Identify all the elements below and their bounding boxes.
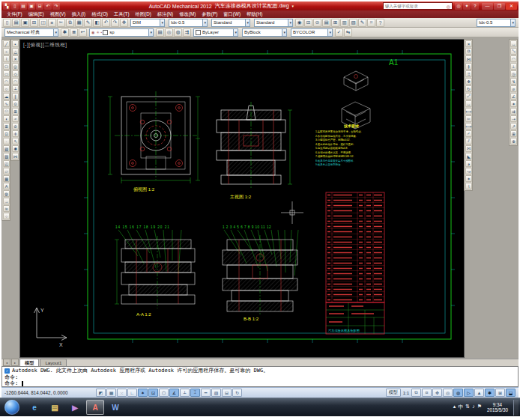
linetype-combo[interactable]: ByBlock xyxy=(242,28,287,37)
search-binoculars-icon[interactable]: ◎ xyxy=(445,4,452,9)
far-scale-combo[interactable]: Idx-0.5 xyxy=(477,19,516,27)
multileader-icon[interactable]: ↗ xyxy=(510,123,517,130)
cut-icon[interactable]: ✂ xyxy=(57,19,65,27)
dim-angular-icon[interactable]: ∠ xyxy=(510,93,517,100)
quick-view-drawings-icon[interactable]: ⧈ xyxy=(422,389,432,397)
polar-toggle[interactable]: ✶ xyxy=(138,389,148,397)
command-input-line[interactable]: 命令: xyxy=(4,380,516,387)
qnew-icon[interactable]: ▯ xyxy=(3,19,11,27)
menu-item[interactable]: 工具(T) xyxy=(111,11,133,18)
center-mark-icon[interactable]: ⊕ xyxy=(510,138,517,144)
redo-icon[interactable]: ↷ xyxy=(111,19,119,27)
lengthen-icon[interactable]: ⟷ xyxy=(465,108,472,115)
help-icon[interactable]: ? xyxy=(471,3,479,10)
revision-cloud-icon[interactable]: ☁ xyxy=(3,93,10,100)
qnew-icon[interactable]: ▯ xyxy=(11,3,19,10)
tab-scroll-left-button[interactable] xyxy=(3,359,10,366)
match-layer-icon[interactable]: ⇆ xyxy=(344,28,352,37)
menu-item[interactable]: 绘图(D) xyxy=(133,11,154,18)
dyn-toggle[interactable]: ⌶ xyxy=(190,389,200,397)
ortho-toggle[interactable]: ∟ xyxy=(127,389,137,397)
snap-perpendicular-icon[interactable]: ⟂ xyxy=(12,85,19,92)
snap-endpoint-icon[interactable]: ▪ xyxy=(12,40,19,47)
minimize-button[interactable]: — xyxy=(482,3,493,10)
publish-icon[interactable]: ≡ xyxy=(48,19,56,27)
menu-item[interactable]: 标注(N) xyxy=(154,11,176,18)
network-icon[interactable]: ⇅ xyxy=(465,404,470,411)
layer-on-icon[interactable]: ◉ xyxy=(91,30,94,34)
snap-intersection-icon[interactable]: ✕ xyxy=(12,55,19,62)
quickcalc-icon[interactable]: ⌗ xyxy=(367,19,375,27)
layer-properties-icon[interactable]: ≣ xyxy=(70,28,78,37)
line-icon[interactable]: ╱ xyxy=(3,40,10,47)
dim-baseline-icon[interactable]: ⇉ xyxy=(510,108,517,115)
spline-icon[interactable]: ∿ xyxy=(3,100,10,107)
extend-icon[interactable]: ⟼ xyxy=(465,123,472,130)
text-style-combo[interactable]: Standard xyxy=(211,19,250,27)
snap-tangent-icon[interactable]: ◠ xyxy=(12,78,19,85)
plot-preview-icon[interactable]: ◫ xyxy=(39,19,47,27)
multiline-icon[interactable]: ≋ xyxy=(3,205,10,212)
make-current-icon[interactable]: ✓ xyxy=(335,28,343,37)
ray-icon[interactable]: → xyxy=(3,198,10,204)
otrack-toggle[interactable]: ∡ xyxy=(169,389,179,397)
layer-lock-icon[interactable]: ▪ xyxy=(101,30,103,34)
search-input[interactable] xyxy=(384,4,445,9)
move-icon[interactable]: ✥ xyxy=(465,78,472,85)
layer-previous-icon[interactable]: ↩ xyxy=(79,28,87,37)
restore-button[interactable]: ❐ xyxy=(494,3,505,10)
dim-continue-icon[interactable]: ⇢ xyxy=(510,115,517,122)
infocenter-search[interactable]: ◎ xyxy=(383,2,453,10)
layer-isolate-icon[interactable]: ◎ xyxy=(165,28,173,37)
dim-ordinate-icon[interactable]: ⊥ xyxy=(510,63,517,70)
point-icon[interactable]: · xyxy=(3,138,10,144)
arc-icon[interactable]: ◠ xyxy=(3,78,10,85)
edit-polyline-icon[interactable]: ⌇ xyxy=(465,183,472,189)
snap-quadrant-icon[interactable]: ◇ xyxy=(12,70,19,77)
drawing-canvas[interactable]: A1 xyxy=(19,39,465,358)
search-icon[interactable]: ◎ xyxy=(455,3,462,10)
menu-item[interactable]: 修改(M) xyxy=(176,11,199,18)
menu-item[interactable]: 格式(O) xyxy=(88,11,111,18)
start-button[interactable] xyxy=(4,400,19,415)
cleanscreen-icon[interactable]: ⬓ xyxy=(506,389,516,397)
snap-insert-icon[interactable]: ⊞ xyxy=(12,108,19,115)
show-desktop-button[interactable] xyxy=(513,400,519,416)
layer-freeze-icon[interactable]: ✳ xyxy=(96,30,99,34)
close-button[interactable]: ✕ xyxy=(506,3,517,10)
break-icon[interactable]: ⫽ xyxy=(465,138,472,144)
dim-arc-length-icon[interactable]: ◠ xyxy=(510,55,517,62)
copy-clip-icon[interactable]: ⧉ xyxy=(66,19,74,27)
rectangle-icon[interactable]: ▭ xyxy=(3,70,10,77)
model-tab[interactable]: 模型 xyxy=(19,359,39,366)
insert-block-icon[interactable]: ⊞ xyxy=(3,123,10,130)
menu-item[interactable]: 参数(P) xyxy=(199,11,220,18)
annotation-scale-icon[interactable]: ▲ xyxy=(474,389,484,397)
layer-states-icon[interactable]: ▤ xyxy=(156,28,164,37)
polygon-icon[interactable]: ⬠ xyxy=(3,63,10,70)
table-icon[interactable]: ▦ xyxy=(3,175,10,182)
table-style-combo[interactable]: Standard xyxy=(254,19,293,27)
snap-center-icon[interactable]: ◎ xyxy=(12,63,19,70)
show-motion-icon[interactable]: ▷ xyxy=(464,389,474,397)
fillet-icon[interactable]: ◕ xyxy=(465,160,472,167)
toolbar-lock-icon[interactable]: ⊠ xyxy=(495,389,505,397)
hatch-icon[interactable]: ▨ xyxy=(3,145,10,152)
layer-unisolate-icon[interactable]: ◍ xyxy=(174,28,182,37)
plot-icon[interactable]: ⊟ xyxy=(30,19,38,27)
menu-item[interactable]: 视图(V) xyxy=(47,11,69,18)
zoom-window-icon[interactable]: ⊡ xyxy=(304,19,312,27)
open-icon[interactable]: ▤ xyxy=(19,3,27,10)
quick-properties-toggle[interactable]: ⊟ xyxy=(222,389,232,397)
menu-item[interactable]: 窗口(W) xyxy=(220,11,244,18)
erase-icon[interactable]: ✕ xyxy=(465,40,472,47)
dim-linear-icon[interactable]: ↔ xyxy=(510,40,517,47)
temporary-track-icon[interactable]: ✛ xyxy=(12,130,19,137)
redo-icon[interactable]: ↷ xyxy=(52,3,60,10)
pan-icon[interactable]: ✥ xyxy=(120,19,128,27)
save-icon[interactable]: ▣ xyxy=(28,3,35,10)
circle-icon[interactable]: ○ xyxy=(3,85,10,92)
help-icon[interactable]: ? xyxy=(376,19,384,27)
taskbar-autocad[interactable]: A xyxy=(86,400,104,415)
ducs-toggle[interactable]: ⟂ xyxy=(180,389,190,397)
